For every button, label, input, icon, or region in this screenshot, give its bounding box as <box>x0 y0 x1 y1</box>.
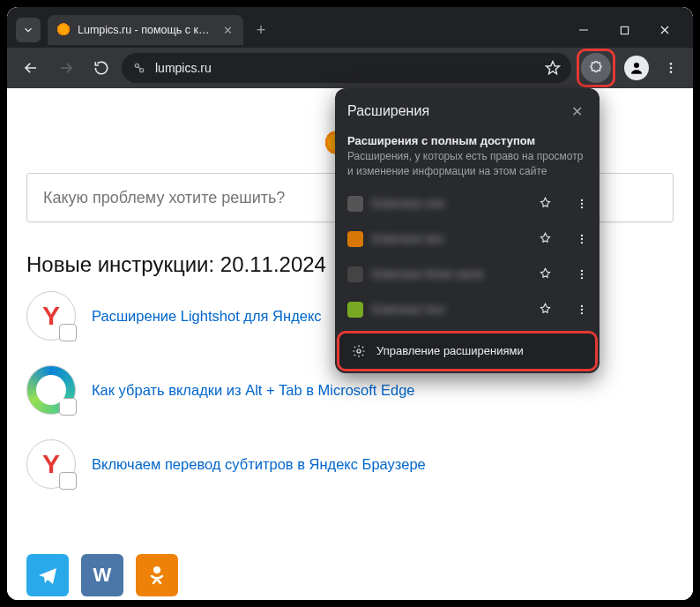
kebab-icon <box>576 304 588 316</box>
extension-name: Extension three name <box>372 267 522 281</box>
pin-button[interactable] <box>531 227 559 251</box>
window-minimize-button[interactable] <box>564 16 603 44</box>
extension-item[interactable]: Extension one <box>335 186 599 221</box>
extension-icon <box>347 231 363 247</box>
svg-point-14 <box>153 566 160 573</box>
browser-tab[interactable]: Lumpics.ru - помощь с компьк ✕ <box>48 15 243 45</box>
reload-button[interactable] <box>86 53 116 83</box>
extension-item[interactable]: Extension three name <box>335 257 599 292</box>
extensions-button-highlight <box>577 49 615 87</box>
extension-name: Extension two <box>372 232 522 245</box>
extension-name: Extension one <box>372 197 522 210</box>
svg-point-17 <box>581 206 583 208</box>
extensions-popup: Расширения ✕ Расширения с полным доступо… <box>335 88 599 373</box>
pin-icon <box>539 267 552 281</box>
social-ok[interactable] <box>136 554 178 596</box>
pin-icon <box>539 232 552 245</box>
new-tab-button[interactable]: + <box>249 18 273 42</box>
title-bar: Lumpics.ru - помощь с компьк ✕ + <box>7 7 693 48</box>
svg-point-20 <box>581 242 583 244</box>
article-thumb-icon <box>26 291 76 341</box>
pin-icon <box>539 197 552 210</box>
extension-more-button[interactable] <box>568 262 596 287</box>
svg-point-22 <box>581 273 583 274</box>
article-title: Включаем перевод субтитров в Яндекс Брау… <box>92 456 426 473</box>
social-telegram[interactable] <box>26 554 69 596</box>
window-maximize-button[interactable] <box>605 16 644 44</box>
article-link[interactable]: Включаем перевод субтитров в Яндекс Брау… <box>26 439 674 489</box>
pin-button[interactable] <box>531 297 559 322</box>
svg-point-11 <box>670 63 673 65</box>
svg-point-18 <box>581 234 583 236</box>
tab-title: Lumpics.ru - помощь с компьк <box>78 24 213 36</box>
svg-point-25 <box>581 308 583 310</box>
extension-more-button[interactable] <box>568 297 596 322</box>
person-icon <box>629 60 644 76</box>
manage-extensions-label: Управление расширениями <box>376 344 524 357</box>
svg-point-15 <box>581 199 583 200</box>
article-thumb-icon <box>26 439 76 489</box>
window-close-button[interactable] <box>645 16 684 44</box>
extension-icon <box>347 196 363 212</box>
svg-point-12 <box>670 67 673 70</box>
site-info-icon[interactable] <box>132 61 146 75</box>
address-bar[interactable]: lumpics.ru <box>122 53 571 83</box>
svg-point-13 <box>670 71 673 73</box>
svg-marker-9 <box>547 62 560 74</box>
extension-icon <box>347 266 363 282</box>
gear-icon <box>352 344 366 358</box>
puzzle-icon <box>588 60 604 76</box>
toolbar: lumpics.ru <box>7 48 693 88</box>
popup-close-button[interactable]: ✕ <box>566 101 587 122</box>
svg-point-16 <box>581 202 583 204</box>
article-title: Как убрать вкладки из Alt + Tab в Micros… <box>92 382 415 399</box>
svg-point-23 <box>581 277 583 279</box>
extension-item[interactable]: Extension four <box>335 292 599 327</box>
svg-rect-1 <box>621 26 628 34</box>
social-vk[interactable]: W <box>81 554 123 596</box>
back-button[interactable] <box>16 53 46 83</box>
svg-point-19 <box>581 237 583 239</box>
extensions-button[interactable] <box>581 53 611 83</box>
kebab-icon <box>576 233 588 245</box>
popup-description: Расширения, у которых есть право на прос… <box>335 149 599 186</box>
svg-line-8 <box>138 67 141 70</box>
kebab-icon <box>576 198 588 210</box>
browser-menu-button[interactable] <box>658 61 684 75</box>
svg-point-21 <box>581 269 583 271</box>
svg-point-24 <box>581 304 583 306</box>
manage-extensions-button[interactable]: Управление расширениями <box>339 333 595 369</box>
kebab-icon <box>664 61 678 75</box>
popup-subtitle: Расширения с полным доступом <box>335 131 599 149</box>
profile-button[interactable] <box>624 56 649 80</box>
tab-close-button[interactable]: ✕ <box>220 23 235 37</box>
bookmark-icon[interactable] <box>545 60 561 76</box>
extension-more-button[interactable] <box>568 191 596 216</box>
kebab-icon <box>576 268 588 281</box>
popup-title: Расширения <box>347 103 429 119</box>
article-title: Расширение Lightshot для Яндекс <box>92 308 322 325</box>
forward-button <box>51 53 81 83</box>
extension-name: Extension four <box>372 303 522 316</box>
pin-icon <box>539 303 552 316</box>
pin-button[interactable] <box>531 191 559 216</box>
favicon-icon <box>56 23 71 37</box>
article-thumb-icon <box>26 365 76 415</box>
extension-icon <box>347 302 363 318</box>
svg-point-27 <box>357 349 361 353</box>
pin-button[interactable] <box>531 262 559 287</box>
svg-point-10 <box>634 63 639 68</box>
url-text: lumpics.ru <box>155 61 536 75</box>
svg-point-26 <box>581 312 583 314</box>
manage-extensions-highlight: Управление расширениями <box>337 331 598 371</box>
tab-search-button[interactable] <box>16 18 41 42</box>
extension-item[interactable]: Extension two <box>335 221 599 257</box>
extension-more-button[interactable] <box>568 227 596 251</box>
